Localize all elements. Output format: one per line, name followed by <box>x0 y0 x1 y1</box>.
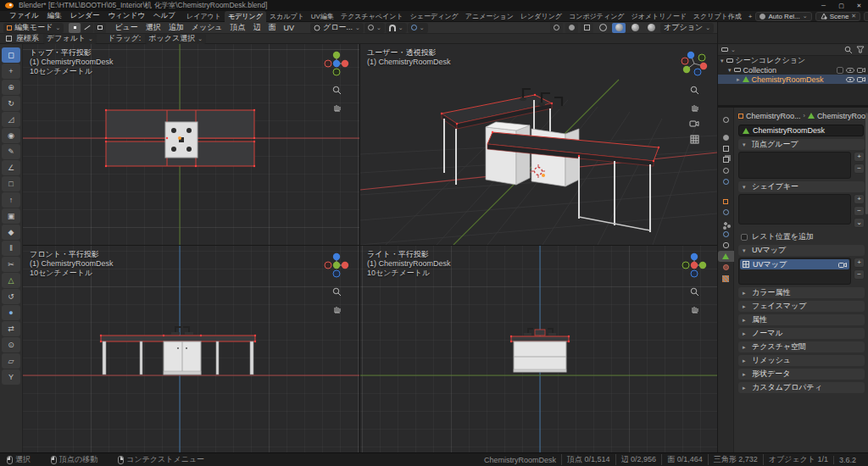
tool-move-icon[interactable]: ⊕ <box>2 80 20 95</box>
shading-solid-button[interactable] <box>612 23 626 33</box>
menu-vertex[interactable]: 頂点 <box>227 22 249 33</box>
minimize-button[interactable]: ─ <box>815 0 832 11</box>
show-gizmo-toggle[interactable] <box>550 23 563 33</box>
vertex-select-button[interactable] <box>69 23 81 33</box>
panel-color-attributes-header[interactable]: ▸ カラー属性 <box>738 287 865 298</box>
workspace-tab-animation[interactable]: アニメーション <box>462 11 517 22</box>
tab-scene[interactable] <box>718 165 734 176</box>
mode-dropdown[interactable]: 編集モード ⌄ <box>3 23 64 33</box>
camera-view-icon[interactable] <box>689 119 699 127</box>
zoom-icon[interactable] <box>332 287 342 297</box>
viewport-top[interactable]: トップ・平行投影 (1) ChemistryRoomDesk 10センチメートル <box>23 44 359 245</box>
tool-scale-icon[interactable]: ◿ <box>2 112 20 127</box>
panel-normals-header[interactable]: ▸ ノーマル <box>738 328 865 339</box>
remove-shape-key-button[interactable]: − <box>854 206 865 216</box>
menu-render[interactable]: レンダー <box>66 11 104 21</box>
panel-face-maps-header[interactable]: ▸ フェイスマップ <box>738 301 865 312</box>
hide-eye-icon[interactable] <box>846 68 854 73</box>
tool-poly-build-icon[interactable]: △ <box>2 273 20 288</box>
panel-custom-properties-header[interactable]: ▸ カスタムプロパティ <box>738 382 865 393</box>
zoom-icon[interactable] <box>690 287 699 297</box>
zoom-icon[interactable] <box>332 86 342 95</box>
menu-add[interactable]: 追加 <box>165 22 187 33</box>
expand-icon[interactable]: ▾ <box>728 67 732 74</box>
auto-pack-dropdown[interactable]: Auto Rel... ⌄ <box>755 12 811 21</box>
menu-window[interactable]: ウィンドウ <box>103 11 149 21</box>
expand-icon[interactable]: ▸ <box>737 76 740 83</box>
menu-edit[interactable]: 編集 <box>43 11 66 21</box>
xray-toggle[interactable] <box>581 23 593 33</box>
options-dropdown[interactable]: オプション ⌄ <box>660 23 714 33</box>
shape-keys-list[interactable] <box>738 194 851 225</box>
navigation-gizmo[interactable] <box>322 251 351 280</box>
close-button[interactable]: ✕ <box>850 0 868 11</box>
panel-geometry-data-header[interactable]: ▸ 形状データ <box>738 369 865 380</box>
add-shape-key-button[interactable]: + <box>854 194 865 204</box>
workspace-tab-compositing[interactable]: コンポジティング <box>565 11 628 22</box>
tool-edge-slide-icon[interactable]: ⇄ <box>2 321 20 336</box>
tool-smooth-icon[interactable]: ● <box>2 305 20 320</box>
render-camera-icon[interactable] <box>857 76 865 82</box>
workspace-tab-modeling[interactable]: モデリング <box>225 11 266 22</box>
zoom-icon[interactable] <box>690 86 699 95</box>
navigation-gizmo[interactable] <box>680 251 709 280</box>
menu-help[interactable]: ヘルプ <box>149 11 180 21</box>
tool-extrude-icon[interactable]: ↑ <box>2 192 20 208</box>
viewport-front[interactable]: フロント・平行投影 (1) ChemistryRoomDesk 10センチメート… <box>23 246 359 452</box>
menu-select[interactable]: 選択 <box>142 22 164 33</box>
menu-file[interactable]: ファイル <box>5 11 43 21</box>
viewport-user[interactable]: ユーザー・透視投影 (1) ChemistryRoomDesk <box>360 44 717 245</box>
panel-vertex-groups-header[interactable]: ▾ 頂点グループ <box>738 139 865 150</box>
tool-spin-icon[interactable]: ↺ <box>2 289 20 304</box>
tab-physics[interactable] <box>718 229 734 240</box>
tab-constraints[interactable] <box>718 240 734 251</box>
active-render-camera-icon[interactable] <box>838 262 847 268</box>
pan-hand-icon[interactable] <box>332 103 342 112</box>
tab-object[interactable] <box>718 196 734 207</box>
unlink-scene-icon[interactable]: ✕ <box>851 13 856 19</box>
panel-attributes-header[interactable]: ▸ 属性 <box>738 314 865 325</box>
viewport-right[interactable]: ライト・平行投影 (1) ChemistryRoomDesk 10センチメートル <box>360 246 717 452</box>
workspace-tab-layout[interactable]: レイアウト <box>183 11 225 22</box>
tool-rip-region-icon[interactable]: Y <box>2 369 20 385</box>
outliner-row-scene-collection[interactable]: ▾ シーンコレクション <box>718 56 868 65</box>
outliner-row-collection[interactable]: ▾ Collection <box>718 65 868 75</box>
mesh-name-field[interactable]: ChemistryRoomDesk <box>738 125 864 136</box>
menu-face[interactable]: 面 <box>265 22 280 33</box>
shading-rendered-button[interactable] <box>644 23 658 33</box>
navigation-gizmo[interactable] <box>322 49 351 78</box>
shape-key-specials-button[interactable]: ⌄ <box>854 218 865 228</box>
tab-material[interactable] <box>718 262 734 273</box>
tool-shrink-flatten-icon[interactable]: ⊙ <box>2 337 20 352</box>
tool-add-cube-icon[interactable]: □ <box>2 176 20 191</box>
panel-shape-keys-header[interactable]: ▾ シェイプキー <box>738 181 865 192</box>
tab-output[interactable] <box>718 143 734 154</box>
tool-loop-cut-icon[interactable]: ‖ <box>2 241 20 256</box>
tool-cursor-icon[interactable]: + <box>2 64 20 79</box>
tool-inset-faces-icon[interactable]: ▣ <box>2 208 20 224</box>
panel-remesh-header[interactable]: ▸ リメッシュ <box>738 355 865 366</box>
face-select-button[interactable] <box>94 23 106 33</box>
tool-select-box-icon[interactable]: ◻ <box>2 47 20 63</box>
scene-selector[interactable]: Scene ✕ <box>815 12 861 21</box>
tool-knife-icon[interactable]: ✂ <box>2 257 20 272</box>
tool-annotate-icon[interactable]: ✎ <box>2 144 20 159</box>
workspace-tab-rendering[interactable]: レンダリング <box>517 11 565 22</box>
hide-eye-icon[interactable] <box>846 77 854 82</box>
menu-uv[interactable]: UV <box>281 24 298 32</box>
snap-dropdown[interactable]: ⌄ <box>386 23 407 33</box>
shading-material-button[interactable] <box>628 23 642 33</box>
pan-hand-icon[interactable] <box>332 304 342 313</box>
workspace-tab-shading[interactable]: シェーディング <box>407 11 462 22</box>
menu-mesh[interactable]: メッシュ <box>188 22 226 33</box>
maximize-button[interactable]: ▢ <box>832 0 850 11</box>
workspace-tab-sculpting[interactable]: スカルプト <box>266 11 308 22</box>
panel-texture-space-header[interactable]: ▸ テクスチャ空間 <box>738 341 865 352</box>
pan-hand-icon[interactable] <box>690 103 699 112</box>
vertex-groups-list[interactable] <box>738 152 851 179</box>
tab-world[interactable] <box>718 176 734 187</box>
tab-modifiers[interactable] <box>718 207 734 218</box>
navigation-gizmo[interactable] <box>680 49 709 78</box>
rest-position-checkbox[interactable] <box>741 234 748 241</box>
viewlayer-selector[interactable]: ViewLayer ✕ <box>864 12 868 21</box>
